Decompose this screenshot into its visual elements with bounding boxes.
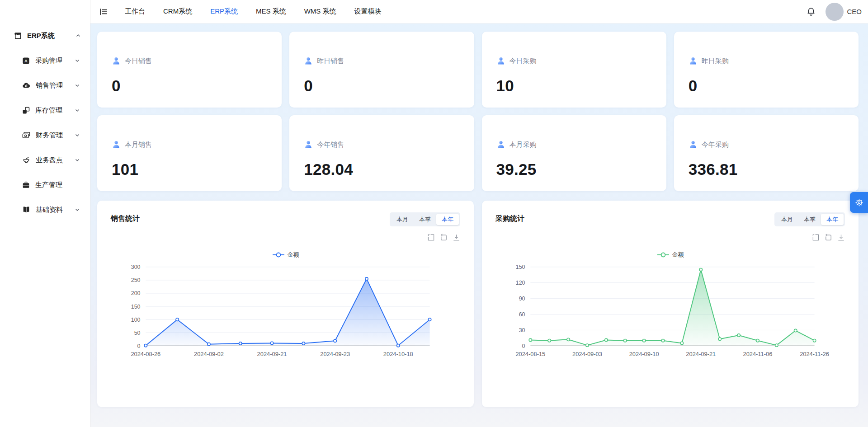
charts-row: 销售统计 本月 本季 本年 <box>97 201 859 407</box>
svg-text:120: 120 <box>516 280 525 286</box>
nav-tab-settings[interactable]: 设置模块 <box>354 7 382 16</box>
stocktake-bowl-icon <box>22 156 30 164</box>
sidebar-item-label: 库存管理 <box>35 106 69 115</box>
nav-tab-mes[interactable]: MES 系统 <box>256 7 286 16</box>
svg-text:2024-08-26: 2024-08-26 <box>131 351 160 357</box>
inventory-boxes-icon <box>22 107 30 114</box>
download-icon[interactable] <box>837 234 845 241</box>
legend-label: 金额 <box>672 251 684 259</box>
stat-label: 本月采购 <box>509 141 537 149</box>
sidebar-item-stocktake[interactable]: 业务盘点 <box>0 151 90 169</box>
legend-label: 金额 <box>288 251 299 259</box>
stat-card-today-purchase: 今日采购 10 <box>482 32 666 108</box>
notification-bell-icon[interactable] <box>807 7 816 16</box>
stat-card-year-purchase: 今年采购 336.81 <box>674 115 859 191</box>
stat-value: 128.04 <box>304 160 459 178</box>
range-tabs: 本月 本季 本年 <box>774 212 845 226</box>
stat-value: 39.25 <box>496 160 652 178</box>
svg-text:300: 300 <box>131 264 141 270</box>
nav-tab-workbench[interactable]: 工作台 <box>125 7 145 16</box>
restore-icon[interactable] <box>825 234 832 241</box>
sidebar-item-finance[interactable]: 财务管理 <box>0 126 90 144</box>
stat-card-month-sales: 本月销售 101 <box>97 115 282 191</box>
menu-fold-icon[interactable] <box>97 5 110 18</box>
chart-toolbox <box>427 234 460 241</box>
data-zoom-icon[interactable] <box>427 234 435 241</box>
data-zoom-icon[interactable] <box>812 234 820 241</box>
nav-tab-wms[interactable]: WMS 系统 <box>304 7 336 16</box>
chart-legend[interactable]: 金额 <box>495 251 845 259</box>
stat-card-month-purchase: 本月采购 39.25 <box>482 115 666 191</box>
production-briefcase-icon <box>22 181 30 189</box>
stat-card-year-sales: 今年销售 128.04 <box>289 115 474 191</box>
svg-text:0: 0 <box>137 343 141 349</box>
svg-text:2024-09-21: 2024-09-21 <box>257 351 287 357</box>
stat-label: 昨日销售 <box>317 57 344 66</box>
avatar[interactable] <box>826 3 844 21</box>
stat-card-today-sales: 今日销售 0 <box>97 32 282 108</box>
person-blue-icon <box>496 140 505 149</box>
svg-text:0: 0 <box>522 343 525 349</box>
chart-toolbox <box>812 234 845 241</box>
stat-value: 10 <box>496 77 652 95</box>
svg-text:2024-10-18: 2024-10-18 <box>383 351 413 357</box>
panel-title: 销售统计 <box>111 214 140 224</box>
person-blue-icon <box>689 56 698 66</box>
stat-value: 336.81 <box>689 160 844 178</box>
chevron-down-icon <box>75 108 80 113</box>
sidebar-item-purchase[interactable]: A 采购管理 <box>0 52 90 70</box>
svg-text:2024-11-26: 2024-11-26 <box>800 351 829 357</box>
sidebar-item-inventory[interactable]: 库存管理 <box>0 101 90 119</box>
tab-this-quarter[interactable]: 本季 <box>798 214 821 225</box>
nav-tab-erp[interactable]: ERP系统 <box>210 7 238 16</box>
chart-legend[interactable]: 金额 <box>111 251 460 259</box>
legend-line-marker-icon <box>657 252 670 258</box>
range-tabs: 本月 本季 本年 <box>390 212 460 226</box>
download-icon[interactable] <box>453 234 460 241</box>
restore-icon[interactable] <box>440 234 448 241</box>
svg-text:150: 150 <box>131 304 141 310</box>
nav-tab-crm[interactable]: CRM系统 <box>163 7 192 16</box>
sidebar-item-erp-root[interactable]: ERP系统 <box>0 27 90 45</box>
person-blue-icon <box>304 140 313 149</box>
tab-this-month[interactable]: 本月 <box>776 214 798 225</box>
purchase-icon: A <box>22 57 30 65</box>
navbar-right: CEO <box>807 3 862 21</box>
tab-this-year[interactable]: 本年 <box>821 214 844 225</box>
stat-card-yesterday-sales: 昨日销售 0 <box>289 32 474 108</box>
svg-text:2024-09-02: 2024-09-02 <box>194 351 224 357</box>
tab-this-month[interactable]: 本月 <box>391 214 414 225</box>
tab-this-year[interactable]: 本年 <box>436 214 459 225</box>
sidebar-item-label: 采购管理 <box>35 56 69 65</box>
purchase-stats-panel: 采购统计 本月 本季 本年 <box>482 201 859 407</box>
stat-card-yesterday-purchase: 昨日采购 0 <box>674 32 859 108</box>
stat-label: 今年销售 <box>317 141 344 149</box>
svg-text:150: 150 <box>516 264 525 270</box>
stat-value: 0 <box>304 77 459 95</box>
sidebar-item-production[interactable]: 生产管理 <box>0 176 90 194</box>
stat-label: 本月销售 <box>125 141 152 149</box>
erp-dashboard: ERP系统 A 采购管理 销售管理 库存管理 财务管理 业务盘点 <box>0 0 868 427</box>
sidebar-item-label: 业务盘点 <box>36 156 69 164</box>
chevron-down-icon <box>75 207 80 212</box>
stat-value: 0 <box>112 77 267 95</box>
sidebar-item-base-data[interactable]: 基础资料 <box>0 201 90 219</box>
person-blue-icon <box>304 56 313 66</box>
tab-this-quarter[interactable]: 本季 <box>414 214 436 225</box>
sidebar-item-label: 销售管理 <box>36 81 69 90</box>
person-blue-icon <box>112 56 121 66</box>
svg-text:250: 250 <box>131 277 141 283</box>
dashboard-content: 今日销售 0 昨日销售 0 今日采购 10 昨日采购 0 <box>90 23 868 427</box>
sidebar: ERP系统 A 采购管理 销售管理 库存管理 财务管理 业务盘点 <box>0 0 90 427</box>
top-navbar: 工作台 CRM系统 ERP系统 MES 系统 WMS 系统 设置模块 CEO <box>90 0 868 23</box>
stat-value: 0 <box>689 77 844 95</box>
svg-text:30: 30 <box>519 327 525 333</box>
sales-line-chart: 0501001502002503002024-08-262024-09-0220… <box>111 262 460 360</box>
sidebar-item-sales[interactable]: 销售管理 <box>0 76 90 94</box>
theme-settings-button[interactable] <box>850 192 868 213</box>
svg-text:A: A <box>24 58 28 63</box>
person-blue-icon <box>112 140 121 149</box>
finance-cash-icon <box>22 131 30 139</box>
chevron-down-icon <box>75 132 80 138</box>
chevron-down-icon <box>75 157 80 163</box>
